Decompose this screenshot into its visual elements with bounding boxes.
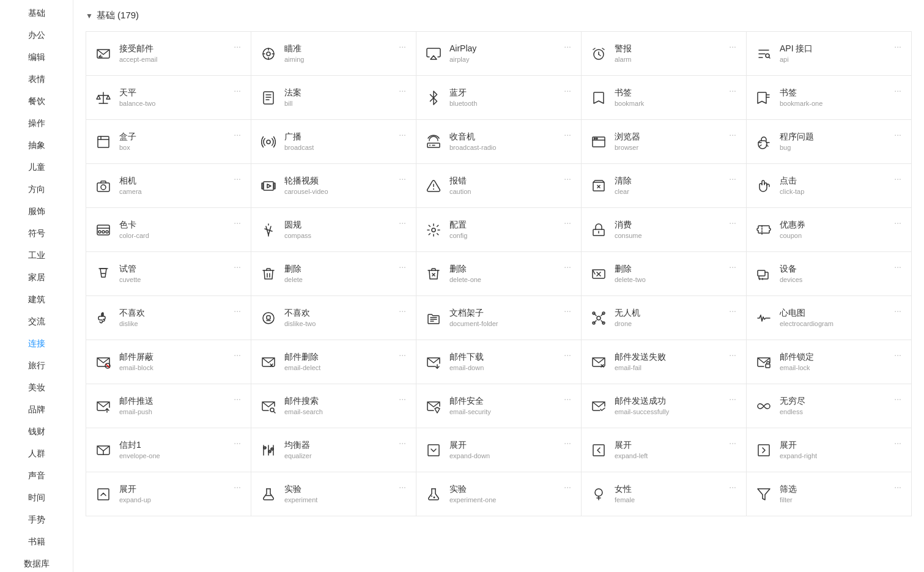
icon-more-button[interactable]: ···	[726, 394, 739, 404]
icon-more-button[interactable]: ···	[231, 86, 243, 95]
icon-more-button[interactable]: ···	[396, 350, 408, 360]
icon-cell-electrocardiogram[interactable]: 心电图 electrocardiogram ···	[747, 296, 912, 340]
icon-cell-experiment[interactable]: 实验 experiment ···	[251, 472, 416, 516]
icon-cell-email-successfully[interactable]: 邮件发送成功 email-successfully ···	[582, 384, 747, 428]
icon-cell-email-block[interactable]: 邮件屏蔽 email-block ···	[86, 340, 251, 384]
icon-cell-endless[interactable]: 无穷尽 endless ···	[747, 384, 912, 428]
icon-more-button[interactable]: ···	[892, 42, 904, 51]
icon-more-button[interactable]: ···	[231, 42, 243, 51]
sidebar-item-抽象[interactable]: 抽象	[0, 135, 73, 157]
icon-cell-broadcast-radio[interactable]: 收音机 broadcast-radio ···	[416, 120, 582, 164]
icon-cell-aiming[interactable]: 瞄准 aiming ···	[251, 32, 416, 76]
icon-cell-expand-right[interactable]: 展开 expand-right ···	[747, 428, 912, 472]
icon-more-button[interactable]: ···	[892, 174, 904, 184]
icon-cell-compass[interactable]: 圆规 compass ···	[251, 208, 416, 252]
icon-cell-email-push[interactable]: 邮件推送 email-push ···	[86, 384, 251, 428]
icon-cell-expand-down[interactable]: 展开 expand-down ···	[416, 428, 582, 472]
icon-cell-expand-up[interactable]: 展开 expand-up ···	[86, 472, 251, 516]
icon-cell-bookmark[interactable]: 书签 bookmark ···	[582, 76, 747, 120]
icon-more-button[interactable]: ···	[726, 86, 739, 95]
collapse-arrow[interactable]: ▼	[86, 12, 93, 20]
icon-more-button[interactable]: ···	[561, 86, 574, 95]
sidebar-item-工业[interactable]: 工业	[0, 245, 73, 267]
icon-cell-dislike-two[interactable]: 不喜欢 dislike-two ···	[251, 296, 416, 340]
sidebar-item-手势[interactable]: 手势	[0, 509, 73, 531]
icon-cell-email-fail[interactable]: 邮件发送失败 email-fail ···	[582, 340, 747, 384]
icon-cell-bookmark-one[interactable]: 书签 bookmark-one ···	[747, 76, 912, 120]
sidebar-item-操作[interactable]: 操作	[0, 113, 73, 135]
icon-more-button[interactable]: ···	[561, 262, 574, 272]
icon-cell-config[interactable]: 配置 config ···	[416, 208, 582, 252]
icon-more-button[interactable]: ···	[892, 262, 904, 272]
icon-cell-airplay[interactable]: AirPlay airplay ···	[416, 32, 582, 76]
icon-cell-delete-two[interactable]: 删除 delete-two ···	[582, 252, 747, 296]
icon-more-button[interactable]: ···	[231, 306, 243, 316]
icon-more-button[interactable]: ···	[892, 482, 904, 492]
icon-cell-expand-left[interactable]: 展开 expand-left ···	[582, 428, 747, 472]
icon-more-button[interactable]: ···	[396, 86, 408, 95]
sidebar-item-表情[interactable]: 表情	[0, 69, 73, 91]
icon-cell-document-folder[interactable]: 文档架子 document-folder ···	[416, 296, 582, 340]
icon-more-button[interactable]: ···	[231, 174, 243, 184]
sidebar-item-建筑[interactable]: 建筑	[0, 289, 73, 311]
icon-cell-dislike[interactable]: 不喜欢 dislike ···	[86, 296, 251, 340]
icon-cell-filter[interactable]: 筛选 filter ···	[747, 472, 912, 516]
icon-more-button[interactable]: ···	[892, 350, 904, 360]
icon-cell-female[interactable]: 女性 female ···	[582, 472, 747, 516]
sidebar-item-编辑[interactable]: 编辑	[0, 46, 73, 69]
icon-more-button[interactable]: ···	[396, 174, 408, 184]
icon-cell-delete[interactable]: 删除 delete ···	[251, 252, 416, 296]
icon-more-button[interactable]: ···	[726, 482, 739, 492]
icon-cell-bug[interactable]: 程序问题 bug ···	[747, 120, 912, 164]
icon-more-button[interactable]: ···	[231, 482, 243, 492]
icon-more-button[interactable]: ···	[396, 262, 408, 272]
icon-more-button[interactable]: ···	[726, 438, 739, 448]
sidebar-item-符号[interactable]: 符号	[0, 223, 73, 245]
icon-more-button[interactable]: ···	[396, 42, 408, 51]
icon-more-button[interactable]: ···	[561, 130, 574, 139]
icon-more-button[interactable]: ···	[231, 130, 243, 139]
sidebar-item-家居[interactable]: 家居	[0, 267, 73, 289]
icon-cell-caution[interactable]: 报错 caution ···	[416, 164, 582, 208]
sidebar-item-数据库[interactable]: 数据库	[0, 553, 73, 572]
icon-cell-broadcast[interactable]: 广播 broadcast ···	[251, 120, 416, 164]
icon-cell-devices[interactable]: 设备 devices ···	[747, 252, 912, 296]
sidebar-item-儿童[interactable]: 儿童	[0, 157, 73, 179]
icon-more-button[interactable]: ···	[396, 218, 408, 228]
icon-more-button[interactable]: ···	[892, 394, 904, 404]
sidebar-item-美妆[interactable]: 美妆	[0, 377, 73, 399]
icon-more-button[interactable]: ···	[726, 306, 739, 316]
icon-more-button[interactable]: ···	[726, 218, 739, 228]
icon-more-button[interactable]: ···	[396, 306, 408, 316]
icon-cell-bill[interactable]: 法案 bill ···	[251, 76, 416, 120]
sidebar-item-服饰[interactable]: 服饰	[0, 201, 73, 223]
icon-more-button[interactable]: ···	[561, 306, 574, 316]
icon-more-button[interactable]: ···	[892, 130, 904, 139]
icon-more-button[interactable]: ···	[561, 42, 574, 51]
icon-cell-email-down[interactable]: 邮件下载 email-down ···	[416, 340, 582, 384]
icon-more-button[interactable]: ···	[726, 174, 739, 184]
icon-more-button[interactable]: ···	[892, 218, 904, 228]
icon-cell-balance-two[interactable]: 天平 balance-two ···	[86, 76, 251, 120]
icon-cell-email-search[interactable]: 邮件搜索 email-search ···	[251, 384, 416, 428]
icon-more-button[interactable]: ···	[561, 350, 574, 360]
icon-cell-cuvette[interactable]: 试管 cuvette ···	[86, 252, 251, 296]
icon-more-button[interactable]: ···	[231, 438, 243, 448]
icon-more-button[interactable]: ···	[726, 350, 739, 360]
icon-cell-click-tap[interactable]: 点击 click-tap ···	[747, 164, 912, 208]
icon-cell-consume[interactable]: 消费 consume ···	[582, 208, 747, 252]
sidebar-item-时间[interactable]: 时间	[0, 487, 73, 509]
icon-cell-api[interactable]: API 接口 api ···	[747, 32, 912, 76]
icon-cell-clear[interactable]: 清除 clear ···	[582, 164, 747, 208]
icon-more-button[interactable]: ···	[231, 394, 243, 404]
icon-more-button[interactable]: ···	[726, 42, 739, 51]
icon-more-button[interactable]: ···	[231, 350, 243, 360]
icon-cell-browser[interactable]: 浏览器 browser ···	[582, 120, 747, 164]
icon-more-button[interactable]: ···	[561, 174, 574, 184]
icon-more-button[interactable]: ···	[396, 438, 408, 448]
icon-more-button[interactable]: ···	[396, 130, 408, 139]
icon-cell-email-delect[interactable]: 邮件删除 email-delect ···	[251, 340, 416, 384]
sidebar-item-办公[interactable]: 办公	[0, 24, 73, 46]
icon-more-button[interactable]: ···	[561, 218, 574, 228]
sidebar-item-交流[interactable]: 交流	[0, 311, 73, 333]
